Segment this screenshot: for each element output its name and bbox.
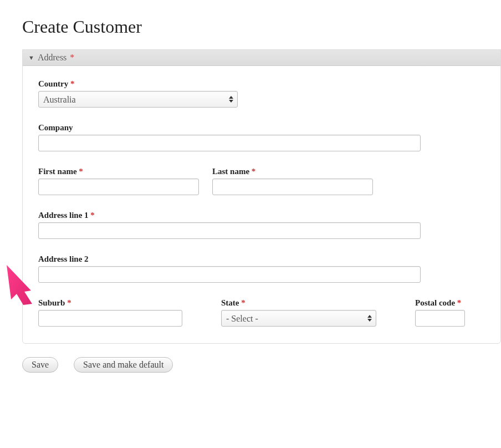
postal-code-label: Postal code * xyxy=(415,298,465,308)
state-select[interactable]: - Select - xyxy=(221,310,376,327)
page-title: Create Customer xyxy=(22,17,501,37)
last-name-input[interactable] xyxy=(212,179,373,195)
postal-code-input[interactable] xyxy=(415,310,465,327)
address-fieldset-title: Address xyxy=(38,53,67,63)
state-label: State * xyxy=(221,298,376,308)
last-name-label: Last name * xyxy=(212,167,373,176)
address1-label: Address line 1 * xyxy=(38,211,485,220)
address-fieldset-header[interactable]: ▼ Address * xyxy=(23,50,500,66)
address1-input[interactable] xyxy=(38,222,421,239)
address2-label: Address line 2 xyxy=(38,254,485,264)
required-indicator: * xyxy=(70,53,74,63)
address2-input[interactable] xyxy=(38,266,421,283)
first-name-input[interactable] xyxy=(38,179,199,195)
country-select[interactable]: Australia xyxy=(38,91,238,108)
company-label: Company xyxy=(38,123,485,133)
collapse-triangle-icon: ▼ xyxy=(28,54,34,61)
suburb-label: Suburb * xyxy=(38,298,182,308)
country-label: Country * xyxy=(38,79,485,89)
first-name-label: First name * xyxy=(38,167,199,176)
address-fieldset: ▼ Address * Country * Australia xyxy=(22,49,501,344)
company-input[interactable] xyxy=(38,135,421,151)
save-button[interactable]: Save xyxy=(22,357,58,373)
suburb-input[interactable] xyxy=(38,310,182,327)
save-make-default-button[interactable]: Save and make default xyxy=(74,357,173,373)
